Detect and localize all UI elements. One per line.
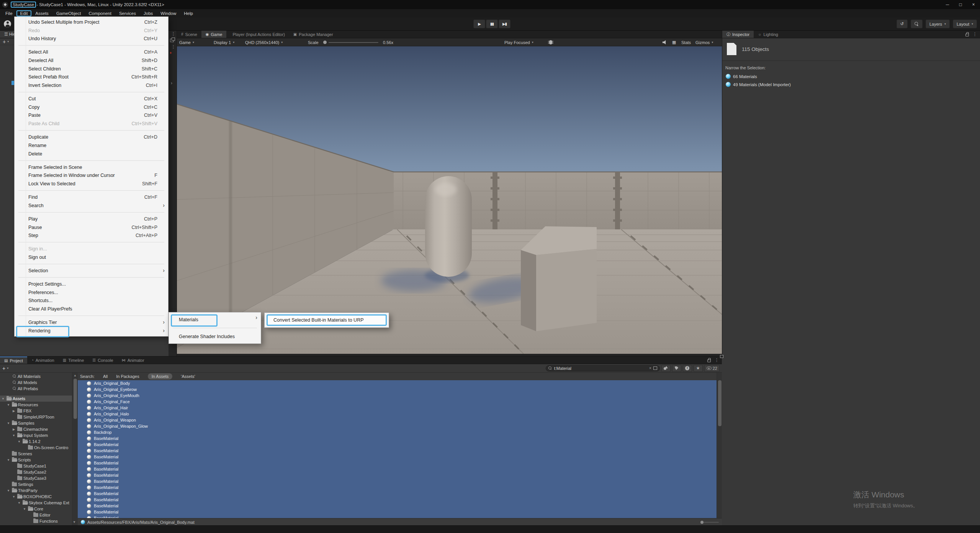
minimize-button[interactable]: ─ xyxy=(941,0,954,9)
menu-item[interactable]: Undo Select Multiple from Project Ctrl+Z xyxy=(15,18,168,26)
tree-scrollbar[interactable]: ▲ xyxy=(72,373,78,525)
float-window-icon[interactable] xyxy=(170,39,174,42)
favorite-search-item[interactable]: All Models xyxy=(0,379,72,386)
saved-search-button[interactable]: ★ xyxy=(694,365,703,372)
menubar-item[interactable]: Assets xyxy=(31,10,52,16)
menu-item[interactable]: Sign out xyxy=(15,253,168,262)
mute-audio-icon[interactable] xyxy=(663,38,667,46)
menu-item[interactable]: Pause Ctrl+Shift+P xyxy=(15,223,168,232)
display-dropdown[interactable]: Display 1▾ xyxy=(214,38,234,46)
pause-button[interactable]: ▮▮ xyxy=(486,20,498,28)
menu-item[interactable]: Copy Ctrl+C xyxy=(15,103,168,111)
material-list-item[interactable]: BaseMaterial xyxy=(78,472,717,478)
menu-item[interactable]: Rename xyxy=(15,141,168,150)
tree-folder-item[interactable]: ▼Samples xyxy=(0,420,72,426)
menubar-item[interactable]: Edit xyxy=(16,10,32,16)
scale-slider[interactable] xyxy=(323,38,378,46)
material-list-item[interactable]: Backdrop xyxy=(78,429,717,435)
undo-history-button[interactable]: ↺ xyxy=(897,20,908,28)
menu-item[interactable]: Duplicate Ctrl+D xyxy=(15,133,168,141)
menu-item[interactable]: Sign in... xyxy=(15,245,168,253)
search-input[interactable] xyxy=(554,366,647,371)
tree-folder-item[interactable]: Scenes xyxy=(0,451,72,457)
material-list-item[interactable]: Aris_Original_Halo xyxy=(78,411,717,417)
tree-folder-item[interactable]: StudyCase3 xyxy=(0,475,72,481)
material-list-item[interactable]: BaseMaterial xyxy=(78,484,717,490)
layers-dropdown[interactable]: Layers▾ xyxy=(926,20,950,28)
bottom-tab[interactable]: ⋈Animator xyxy=(118,356,149,364)
expand-arrow-icon[interactable]: ▼ xyxy=(17,501,21,505)
convert-materials-menu-item[interactable]: Convert Selected Built-in Materials to U… xyxy=(267,314,387,326)
menubar-item[interactable]: GameObject xyxy=(52,10,85,16)
material-list-item[interactable]: Aris_Original_Hair xyxy=(78,405,717,411)
menu-item[interactable] xyxy=(173,328,257,328)
tree-folder-item[interactable]: ▼Core xyxy=(0,506,72,512)
layout-dropdown[interactable]: Layout▾ xyxy=(953,20,977,28)
favorite-search-item[interactable]: All Prefabs xyxy=(0,386,72,392)
menu-item[interactable]: Invert Selection Ctrl+I xyxy=(15,81,168,90)
expand-arrow-icon[interactable]: ▼ xyxy=(17,440,21,443)
bottom-tab[interactable]: ☰Console xyxy=(88,356,117,364)
favorite-search-item[interactable]: All Materials xyxy=(0,373,72,379)
tree-folder-item[interactable]: StudyCase2 xyxy=(0,469,72,475)
menu-item[interactable]: Find Ctrl+F xyxy=(15,193,168,201)
material-list-item[interactable]: BaseMa​terial xyxy=(78,490,717,497)
menu-item[interactable]: Undo History Ctrl+U xyxy=(15,34,168,43)
menu-item[interactable]: Select Prefab Root Ctrl+Shift+R xyxy=(15,73,168,82)
expand-arrow-icon[interactable]: ▼ xyxy=(6,422,11,425)
menu-item[interactable]: Clear All PlayerPrefs xyxy=(15,305,168,313)
tree-folder-item[interactable]: ▼1.14.2 xyxy=(0,438,72,445)
gizmos-dropdown[interactable]: Gizmos▾ xyxy=(695,38,713,46)
menu-item[interactable] xyxy=(18,130,164,131)
material-list-item[interactable]: Aris_Original_EyeMouth xyxy=(78,392,717,399)
material-list-item[interactable]: BaseMaterial xyxy=(78,509,717,515)
menu-item[interactable] xyxy=(18,277,164,278)
scope-in-packages[interactable]: In Packages xyxy=(116,374,139,379)
view-tab[interactable]: Player (Input Actions Editor) xyxy=(226,31,289,38)
pane-menu-icon[interactable]: ⋮ xyxy=(171,44,175,49)
project-add-button[interactable]: + xyxy=(2,365,5,371)
menu-item[interactable]: Preferences... xyxy=(15,288,168,297)
game-render-view[interactable] xyxy=(177,46,722,354)
material-list-item[interactable]: Aris_Original_Body xyxy=(78,380,717,386)
material-list-item[interactable]: Aris_Original_Face xyxy=(78,399,717,405)
tree-folder-item[interactable]: Settings xyxy=(0,481,72,487)
menu-item[interactable] xyxy=(18,190,164,191)
menu-item[interactable] xyxy=(18,316,164,316)
stats-button[interactable]: Stats xyxy=(681,38,691,46)
menubar-item[interactable]: Component xyxy=(85,10,115,16)
menubar-item[interactable]: Jobs xyxy=(140,10,157,16)
material-list-item[interactable]: BaseMaterial xyxy=(78,503,717,509)
expand-arrow-icon[interactable]: ▶ xyxy=(11,428,16,431)
menu-item[interactable] xyxy=(18,160,164,161)
material-list-item[interactable]: BaseMaterial xyxy=(78,466,717,472)
pane-menu-icon[interactable]: ⋮ xyxy=(973,32,977,37)
menubar-item[interactable]: Services xyxy=(115,10,140,16)
menu-item[interactable] xyxy=(18,242,164,242)
expand-arrow-icon[interactable]: ▼ xyxy=(22,507,27,511)
material-list-item[interactable]: BaseMaterial xyxy=(78,435,717,441)
bottom-tab[interactable]: ▥Timeline xyxy=(59,356,88,364)
tab-inspector[interactable]: ☼Lighting xyxy=(754,31,782,38)
material-list-item[interactable]: BaseMaterial xyxy=(78,454,717,460)
menu-item[interactable]: Redo Ctrl+Y xyxy=(15,26,168,35)
view-tab[interactable]: ◉Game xyxy=(201,31,227,38)
hierarchy-add-button[interactable]: + xyxy=(3,39,6,45)
menu-item[interactable]: Paste Ctrl+V xyxy=(15,111,168,120)
material-list-item[interactable]: BaseMaterial xyxy=(78,448,717,454)
maximize-button[interactable]: □ xyxy=(954,0,967,9)
view-tab[interactable]: #Scene xyxy=(177,31,201,38)
menu-item[interactable] xyxy=(18,212,164,213)
selection-filter-row[interactable]: 49 Materials (Model Importer) xyxy=(722,80,980,88)
scope-all[interactable]: All xyxy=(103,374,108,379)
material-list-item[interactable]: BaseMaterial xyxy=(78,478,717,484)
expand-arrow-icon[interactable]: ▶ xyxy=(11,409,16,413)
material-list-item[interactable]: Aris_Original_Weapon_Glow xyxy=(78,423,717,429)
menu-item[interactable]: Lock View to Selected Shift+F xyxy=(15,180,168,188)
menu-item[interactable]: Select All Ctrl+A xyxy=(15,48,168,56)
expand-arrow-icon[interactable]: ▼ xyxy=(6,403,11,407)
expand-arrow-icon[interactable]: ▼ xyxy=(1,397,5,401)
selection-filter-row[interactable]: 66 Materials xyxy=(722,72,980,80)
material-list-item[interactable]: BaseMaterial xyxy=(78,497,717,503)
thumbnail-zoom-slider[interactable] xyxy=(700,521,719,524)
